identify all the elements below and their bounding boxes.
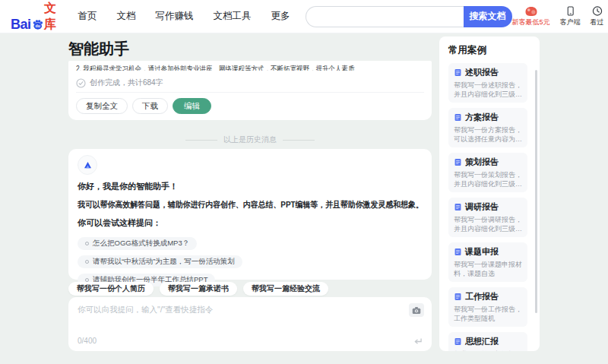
divider-line-left [185, 140, 217, 141]
quick-chip-row: 帮我写一份个人简历 帮我写一篇承诺书 帮我写一篇经验交流 [68, 282, 328, 296]
history-actions: 复制全文 下载 编辑 [76, 98, 211, 114]
search-button[interactable]: 搜索文档 [464, 6, 512, 27]
phone-icon [565, 5, 575, 17]
sidebar-title: 常用案例 [448, 44, 532, 57]
history-message-card: 2. 我积极寻求学习机会，通过参加外部专业讲座、网络课程等方式，不断拓宽视野，提… [68, 61, 432, 120]
quick-chip-commitment[interactable]: 帮我写一篇承诺书 [160, 282, 237, 296]
nav-item-earn[interactable]: 写作赚钱 [156, 10, 194, 23]
edit-button[interactable]: 编辑 [173, 98, 211, 114]
case-desc: 帮我写一份课题申报材料，课题自选 [454, 260, 522, 278]
suggestion-chip-ogg-mp3[interactable]: 怎么把OGG格式转换成MP3？ [78, 237, 197, 250]
clipped-history-text: 2. 我积极寻求学习机会，通过参加外部专业讲座、网络课程等方式，不断拓宽视野，提… [76, 61, 424, 71]
logo-bai-text: Bai [11, 17, 31, 33]
copy-all-button[interactable]: 复制全文 [76, 98, 128, 114]
case-desc: 帮我写一份策划报告，并且内容细化到三级内容标题 [454, 170, 522, 188]
clock-icon [592, 5, 603, 17]
case-desc: 帮我写一份调研报告，并且内容细化到三级内容标题 [454, 215, 522, 233]
divider-line-right [283, 140, 315, 141]
assistant-greeting-card: 你好，我是你的智能助手！ 我可以帮你高效解答问题，辅助你进行内容创作、内容总结、… [68, 149, 432, 280]
history-divider-text: 以上是历史消息 [223, 135, 277, 145]
report-doc-icon [454, 293, 462, 301]
case-title: 策划报告 [465, 157, 499, 168]
viewed-label: 看过 [591, 17, 604, 27]
suggestion-text: 怎么把OGG格式转换成MP3？ [93, 239, 189, 248]
search-bar: 搜索文档 [306, 6, 512, 27]
bullet-icon [85, 260, 89, 264]
suggestion-list: 怎么把OGG格式转换成MP3？ 请帮我以“中秋活动”为主题，写一份活动策划 请辅… [78, 232, 423, 286]
report-doc-icon [454, 203, 462, 211]
case-card-fangan[interactable]: 方案报告 帮我写一份方案报告，可以选择任意内容为方案报告主题 [448, 108, 527, 147]
case-desc: 帮我写一份述职报告，并且内容细化到三级内容标题 [454, 81, 522, 99]
main-nav: 首页 文档 写作赚钱 文档工具 更多 [78, 10, 290, 23]
client-entry[interactable]: 客户端 [560, 5, 581, 27]
case-title: 调研报告 [465, 201, 499, 213]
suggestion-text: 请帮我以“中秋活动”为主题，写一份活动策划 [93, 257, 235, 267]
case-title: 课题申报 [465, 246, 499, 258]
case-title: 思想汇报 [465, 336, 499, 347]
bot-logo-icon [83, 160, 93, 170]
nav-item-home[interactable]: 首页 [78, 10, 97, 23]
viewed-entry[interactable]: 看过 [591, 5, 604, 27]
case-title: 方案报告 [465, 112, 499, 123]
case-card-sixiang[interactable]: 思想汇报 帮我写一份思想汇报 [448, 332, 527, 351]
case-card-gongzuo[interactable]: 工作报告 帮我写一份工作报告，工作类型随机 [448, 287, 527, 327]
report-doc-icon [454, 337, 462, 346]
svg-text:du: du [35, 24, 40, 28]
baidu-wenku-logo[interactable]: Bai du 文库 [11, 1, 62, 33]
logo-wenku-text: 文库 [44, 1, 62, 33]
quick-chip-experience[interactable]: 帮我写一篇经验交流 [243, 282, 328, 296]
header-right-cluster: 新客最低5元 客户端 看过 [512, 5, 608, 27]
nav-item-docs[interactable]: 文档 [117, 10, 136, 23]
nav-item-more[interactable]: 更多 [271, 10, 290, 23]
search-input[interactable] [306, 6, 464, 27]
creation-status: 创作完成，共计684字 [76, 78, 163, 88]
sidebar-scrollbar[interactable] [535, 70, 537, 313]
camera-upload-button[interactable] [409, 303, 424, 317]
greeting-line-1: 你好，我是你的智能助手！ [78, 180, 423, 193]
case-title: 述职报告 [465, 67, 499, 78]
case-desc: 帮我写一份方案报告，可以选择任意内容为方案报告主题 [454, 125, 522, 144]
history-divider: 以上是历史消息 [68, 135, 432, 145]
case-card-diaoyan[interactable]: 调研报告 帮我写一份调研报告，并且内容细化到三级内容标题 [448, 198, 527, 237]
report-doc-icon [454, 248, 462, 256]
enter-arrow-icon[interactable] [413, 337, 423, 346]
promo-entry[interactable]: 新客最低5元 [512, 5, 550, 27]
check-circle-icon [76, 78, 86, 88]
baidu-paw-icon: du [32, 16, 43, 33]
report-doc-icon [454, 113, 462, 122]
nav-item-tools[interactable]: 文档工具 [214, 10, 252, 23]
greeting-line-2: 我可以帮你高效解答问题，辅助你进行内容创作、内容总结、PPT编辑等，并且帮助你激… [78, 198, 388, 211]
case-card-cehua[interactable]: 策划报告 帮我写一份策划报告，并且内容细化到三级内容标题 [448, 153, 527, 192]
assistant-avatar [78, 155, 97, 175]
creation-status-text: 创作完成，共计684字 [90, 78, 163, 88]
char-counter: 0/400 [78, 337, 97, 345]
case-desc: 帮我写一份工作报告，工作类型随机 [454, 305, 522, 323]
common-cases-sidebar: 常用案例 述职报告 帮我写一份述职报告，并且内容细化到三级内容标题 方案报告 帮… [439, 36, 540, 351]
bullet-icon [85, 242, 89, 245]
greeting-line-3: 你可以尝试这样提问： [78, 217, 423, 229]
case-title: 工作报告 [465, 291, 499, 302]
case-desc: 帮我写一份思想汇报 [454, 350, 522, 351]
page-title: 智能助手 [68, 39, 129, 59]
promo-label: 新客最低5元 [512, 17, 550, 27]
composer-input[interactable] [74, 302, 394, 332]
report-doc-icon [454, 158, 462, 166]
download-button[interactable]: 下载 [132, 98, 168, 114]
suggestion-chip-midautumn-plan[interactable]: 请帮我以“中秋活动”为主题，写一份活动策划 [78, 255, 242, 268]
report-doc-icon [454, 68, 462, 77]
card-divider [76, 92, 424, 93]
case-card-shuzhi[interactable]: 述职报告 帮我写一份述职报告，并且内容细化到三级内容标题 [448, 63, 527, 103]
client-label: 客户端 [560, 17, 581, 27]
quick-chip-resume[interactable]: 帮我写一份个人简历 [68, 282, 154, 296]
composer-panel: 0/400 [68, 297, 432, 351]
camera-icon [412, 306, 421, 315]
top-header: Bai du 文库 首页 文档 写作赚钱 文档工具 更多 搜索文档 新客最低5元 [0, 0, 608, 33]
case-card-keti[interactable]: 课题申报 帮我写一份课题申报材料，课题自选 [448, 242, 527, 282]
promo-icon [524, 5, 539, 17]
